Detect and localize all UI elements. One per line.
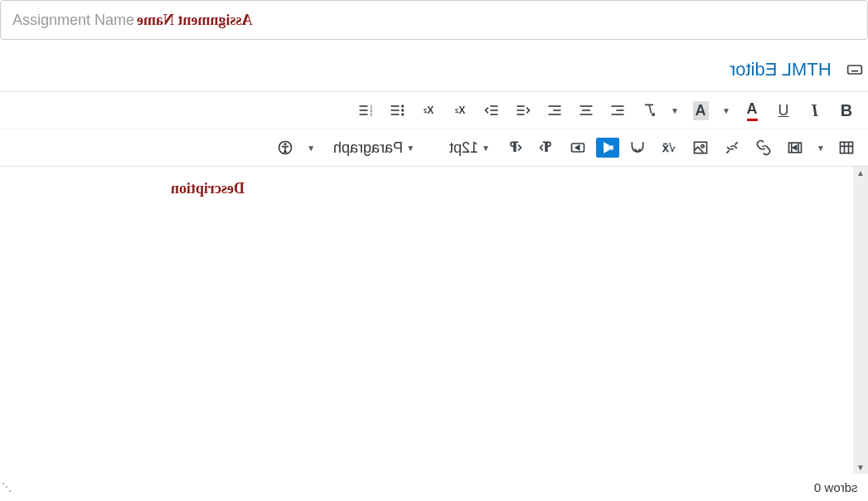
align-right-button[interactable] — [541, 97, 568, 124]
font-size-value: 12pt — [449, 139, 478, 157]
paragraph-value: Paragraph — [333, 139, 403, 157]
svg-marker-48 — [576, 146, 579, 150]
link-button[interactable] — [750, 134, 777, 161]
rtl-button[interactable] — [502, 134, 528, 161]
media-button[interactable] — [782, 134, 808, 161]
svg-point-21 — [402, 105, 404, 107]
chevron-down-icon: ▼ — [482, 143, 490, 153]
equation-button[interactable]: √x̄ — [656, 134, 682, 161]
bg-color-button[interactable]: A — [687, 97, 714, 124]
italic-button[interactable]: I — [802, 97, 828, 124]
scroll-up-icon[interactable]: ▲ — [856, 168, 865, 178]
ltr-button[interactable] — [533, 134, 560, 161]
number-list-button[interactable]: 123 — [352, 97, 379, 124]
text-color-dropdown[interactable]: ▼ — [719, 97, 734, 124]
editor-content-area[interactable]: Description — [0, 167, 853, 474]
assignment-name-input[interactable] — [0, 0, 868, 40]
align-left-button[interactable] — [604, 97, 631, 124]
underline-button[interactable]: U — [770, 97, 797, 124]
scroll-down-icon[interactable]: ▼ — [856, 463, 865, 472]
svg-rect-33 — [841, 142, 853, 153]
superscript-button[interactable]: X2 — [447, 97, 473, 124]
record-media-button[interactable] — [596, 138, 619, 158]
description-label: Description — [171, 180, 245, 197]
word-count: 0 words — [814, 480, 858, 494]
editor-toolbar: B I U A ▼ A ▼ X2 X2 123 — [0, 91, 868, 167]
indent-button[interactable] — [478, 97, 505, 124]
svg-line-41 — [735, 142, 737, 144]
chevron-down-icon: ▼ — [406, 143, 415, 153]
keyboard-icon[interactable] — [841, 56, 868, 83]
embed-button[interactable] — [624, 134, 651, 161]
svg-rect-46 — [609, 146, 613, 150]
accessibility-checker-button[interactable] — [272, 134, 298, 161]
svg-point-22 — [402, 109, 404, 111]
paragraph-select[interactable]: Paragraph ▼ — [327, 139, 421, 157]
table-button[interactable] — [833, 134, 860, 161]
align-center-button[interactable] — [573, 97, 599, 124]
svg-point-44 — [701, 145, 704, 148]
svg-text:3: 3 — [370, 112, 372, 117]
toolbar-row-2: ▼ √x̄ 12pt ▼ — [0, 129, 868, 166]
text-color-button[interactable]: A — [739, 97, 765, 124]
svg-point-23 — [402, 114, 404, 115]
resize-handle[interactable]: ⋰ — [2, 481, 12, 493]
outdent-button[interactable] — [510, 97, 536, 124]
subscript-button[interactable]: X2 — [415, 97, 442, 124]
clear-formatting-button[interactable] — [636, 97, 662, 124]
svg-point-50 — [284, 143, 286, 145]
editor-scrollbar[interactable]: ▲ ▼ — [853, 167, 868, 474]
insert-button[interactable] — [565, 134, 591, 161]
toolbar-row-1: B I U A ▼ A ▼ X2 X2 123 — [0, 92, 868, 129]
unlink-button[interactable] — [719, 134, 745, 161]
bg-color-dropdown[interactable]: ▼ — [667, 97, 682, 124]
font-size-select[interactable]: 12pt ▼ — [443, 139, 497, 157]
svg-marker-45 — [604, 142, 609, 153]
svg-marker-40 — [793, 146, 797, 150]
table-dropdown[interactable]: ▼ — [813, 134, 828, 161]
bold-button[interactable]: B — [833, 97, 860, 124]
svg-line-42 — [726, 150, 729, 153]
more-dropdown[interactable]: ▼ — [303, 134, 318, 161]
html-editor-link[interactable]: HTML Editor — [730, 59, 832, 80]
image-button[interactable] — [687, 134, 714, 161]
svg-rect-0 — [848, 66, 862, 74]
bullet-list-button[interactable] — [384, 97, 410, 124]
